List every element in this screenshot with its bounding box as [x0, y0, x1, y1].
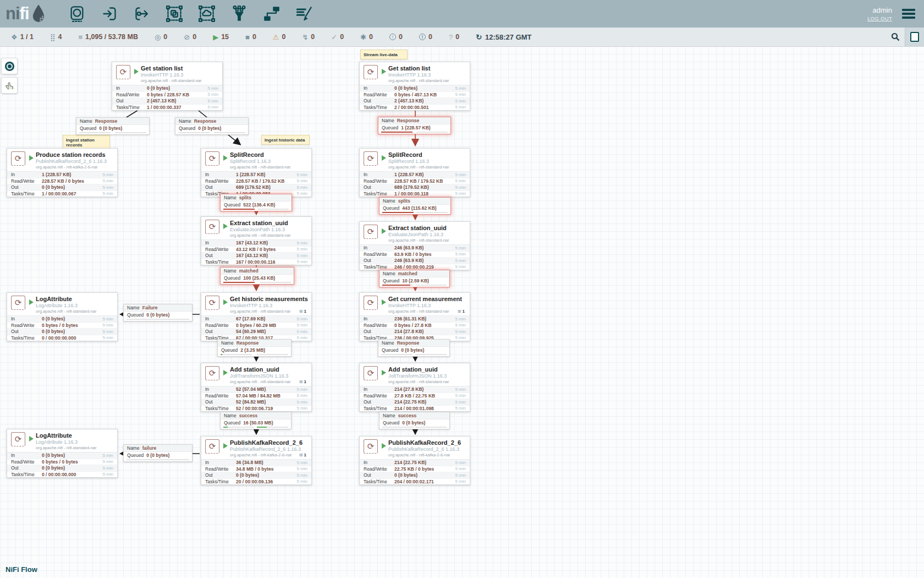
breadcrumb[interactable]: NiFi Flow: [6, 565, 37, 574]
connection-label[interactable]: Name Failure Queued 0 (0 bytes): [123, 304, 193, 321]
refresh-icon[interactable]: ↻: [476, 34, 482, 41]
running-status-icon: [382, 228, 386, 234]
connection-label[interactable]: Name Response Queued 0 (0 bytes): [378, 339, 450, 357]
connection-queued: 0 (0 bytes): [402, 420, 425, 426]
processor-bundle: org.apache.nifi - nifi-standard-nar: [230, 379, 299, 384]
status-count: 0: [399, 33, 403, 41]
running-status-icon: [134, 69, 139, 74]
stat-row: Tasks/Time214 / 00:00:01.0985 min: [360, 405, 470, 412]
connection-label[interactable]: Name matched Queued 100 (25.43 KB): [220, 267, 294, 285]
status-count: 1,095 / 53.78 MB: [85, 33, 138, 41]
flow-label[interactable]: Ingest historic data: [261, 135, 310, 145]
output-port-tool-icon[interactable]: [134, 4, 150, 23]
connection-label[interactable]: Name Response Queued 0 (0 bytes): [175, 117, 249, 135]
connection-label[interactable]: Name success Queued 16 (50.03 MB): [220, 412, 292, 429]
template-tool-icon[interactable]: [263, 4, 280, 23]
processor-node[interactable]: ⟳ Get current measurement InvokeHTTP 1.1…: [359, 292, 470, 341]
processor-title: Produce station records: [36, 151, 113, 158]
processor-node[interactable]: ⟳ Add station_uuid JoltTransformJSON 1.1…: [359, 363, 470, 412]
processor-type-icon: ⟳: [205, 220, 219, 234]
current-user: admin: [873, 6, 892, 14]
birdseye-icon: [5, 62, 14, 71]
running-status-icon: [29, 436, 34, 441]
stat-row: In67 (17.69 KB)5 min: [201, 316, 311, 322]
processor-node[interactable]: ⟳ SplitRecord SplitRecord 1.16.3 org.apa…: [201, 148, 312, 197]
connection-label[interactable]: Name Response Queued 0 (0 bytes): [76, 117, 150, 135]
connection-label[interactable]: Name failure Queued 0 (0 bytes): [123, 444, 193, 462]
processor-node[interactable]: ⟳ Get station list InvokeHTTP 1.16.3 org…: [112, 62, 223, 111]
stat-row: Tasks/Time246 / 00:00:00.2195 min: [360, 264, 470, 270]
funnel-tool-icon[interactable]: [231, 4, 248, 23]
processor-node[interactable]: ⟳ Add station_uuid JoltTransformJSON 1.1…: [201, 363, 312, 412]
status-panel-toggle-button[interactable]: [905, 28, 924, 46]
active-thread-count-badge: ⊞ 1: [299, 379, 306, 384]
connection-queued: 0 (0 bytes): [99, 126, 122, 131]
processor-node[interactable]: ⟳ PublishKafkaRecord_2_6 PublishKafkaRec…: [359, 436, 470, 485]
processor-node[interactable]: ⟳ SplitRecord SplitRecord 1.16.3 org.apa…: [359, 148, 470, 197]
processor-title: PublishKafkaRecord_2_6: [388, 439, 466, 446]
processor-type: PublishKafkaRecord_2_6 1.16.3: [230, 446, 307, 452]
connection-label[interactable]: Name success Queued 0 (0 bytes): [379, 412, 450, 429]
processor-type: SplitRecord 1.16.3: [230, 159, 307, 164]
processor-type-icon: ⟳: [205, 151, 219, 166]
processor-node[interactable]: ⟳ PublishKafkaRecord_2_6 PublishKafkaRec…: [201, 436, 312, 485]
flow-canvas[interactable]: Ingest station recordsIngest historic da…: [0, 0, 924, 578]
processor-type-icon: ⟳: [116, 65, 130, 79]
processor-type: JoltTransformJSON 1.16.3: [230, 373, 307, 379]
input-port-tool-icon[interactable]: [101, 4, 118, 23]
connection-label[interactable]: Name Response Queued 2 (3.25 MB): [217, 339, 292, 357]
processor-bundle: org.apache.nifi - nifi-standard-nar: [36, 445, 113, 450]
processor-node[interactable]: ⟳ Extract station_uuid EvaluateJsonPath …: [359, 221, 470, 270]
search-button[interactable]: [886, 28, 905, 46]
stat-row: Tasks/Time204 / 00:00:02.1715 min: [360, 478, 470, 485]
connection-relationship: Response: [95, 118, 118, 124]
processor-node[interactable]: ⟳ Produce station records PublishKafkaRe…: [7, 148, 118, 197]
processor-node[interactable]: ⟳ Get station list InvokeHTTP 1.16.3 org…: [359, 62, 470, 111]
processor-type-icon: ⟳: [364, 366, 378, 380]
stat-row: Out167 (43.12 KB)5 min: [201, 252, 311, 259]
processor-node[interactable]: ⟳ Extract station_uuid EvaluateJsonPath …: [201, 216, 312, 265]
backpressure-bars: [221, 353, 288, 356]
processor-bundle: org.apache.nifi - nifi-standard-nar: [388, 379, 466, 384]
connection-label[interactable]: Name matched Queued 10 (2.59 KB): [379, 270, 450, 287]
processor-type-icon: ⟳: [364, 225, 378, 239]
stat-row: In1 (228.57 KB)5 min: [7, 172, 117, 178]
stat-row: In236 (61.31 KB)5 min: [360, 316, 470, 322]
running-icon: ▶: [213, 34, 218, 41]
connection-relationship: success: [239, 413, 258, 418]
backpressure-bars: [223, 281, 291, 283]
remote-process-group-tool-icon[interactable]: [199, 4, 215, 23]
queued-icon: ≡: [78, 34, 82, 41]
logout-link[interactable]: LOG OUT: [867, 15, 892, 21]
processor-node[interactable]: ⟳ LogAttribute LogAttribute 1.16.3 org.a…: [7, 292, 118, 341]
connection-label[interactable]: Name splits Queued 522 (136.4 KB): [220, 194, 292, 211]
processor-type-icon: ⟳: [11, 151, 25, 166]
processor-tool-icon[interactable]: [69, 4, 85, 23]
status-count: 0: [340, 33, 344, 41]
processor-title: Get station list: [388, 65, 466, 72]
running-status-icon: [223, 443, 228, 449]
stat-row: Read/Write63.9 KB / 0 bytes5 min: [360, 251, 470, 258]
status-count: 0: [428, 33, 432, 41]
active-thread-count-badge: ⊞ 1: [299, 452, 306, 457]
stat-row: In246 (63.9 KB)5 min: [360, 245, 470, 251]
label-tool-icon[interactable]: [296, 4, 312, 23]
flow-label[interactable]: Stream live-data: [360, 50, 408, 59]
processor-node[interactable]: ⟳ Get historic measurements InvokeHTTP 1…: [201, 292, 312, 341]
processor-title: Add station_uuid: [230, 366, 307, 373]
flow-label[interactable]: Ingest station records: [63, 135, 110, 150]
connection-label[interactable]: Name splits Queued 443 (115.62 KB): [379, 197, 451, 215]
stat-row: Out246 (63.9 KB)5 min: [360, 257, 470, 264]
global-menu-icon[interactable]: [900, 7, 917, 21]
navigate-palette-button[interactable]: [1, 58, 18, 74]
process-group-tool-icon[interactable]: [166, 4, 183, 23]
processor-title: Get station list: [141, 65, 218, 72]
connection-queued: 443 (115.62 KB): [402, 205, 436, 211]
connection-label[interactable]: Name Response Queued 1 (228.57 KB): [378, 117, 451, 134]
processor-node[interactable]: ⟳ LogAttribute LogAttribute 1.16.3 org.a…: [7, 429, 118, 478]
stat-row: Out2 (457.13 KB)5 min: [112, 97, 222, 104]
backpressure-bars: [382, 211, 448, 214]
running-status-icon: [382, 370, 386, 375]
operate-palette-button[interactable]: [1, 77, 18, 94]
processor-type: InvokeHTTP 1.16.3: [388, 303, 466, 308]
